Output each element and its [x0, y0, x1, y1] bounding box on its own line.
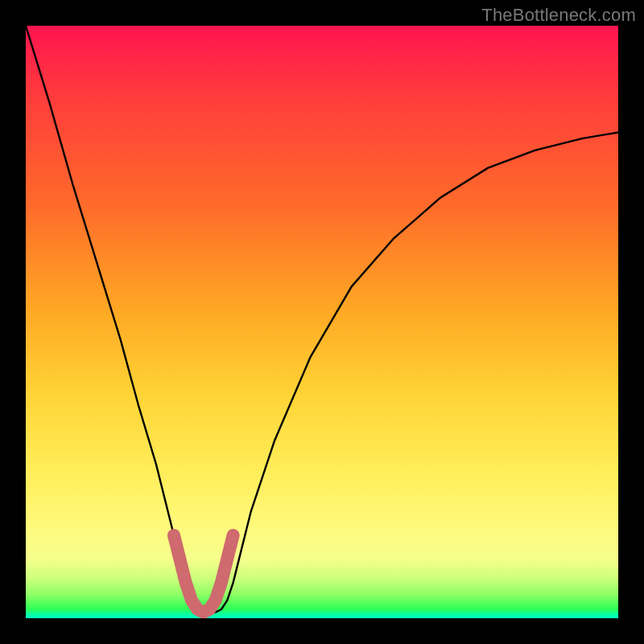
bottleneck-curve: [26, 26, 618, 613]
watermark-text: TheBottleneck.com: [481, 5, 636, 26]
valley-marker: [174, 535, 233, 613]
plot-area: [26, 26, 618, 618]
curve-layer: [26, 26, 618, 618]
chart-canvas: TheBottleneck.com: [0, 0, 644, 644]
